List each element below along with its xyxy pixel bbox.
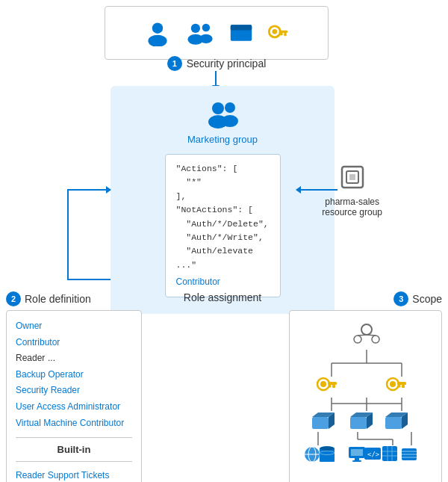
built-in-label: Built-in (16, 444, 132, 455)
resource-group-label: pharma-salesresource group (322, 197, 382, 217)
user-icon (144, 19, 171, 46)
svg-point-0 (152, 23, 163, 34)
step-2-number: 2 (6, 291, 21, 306)
svg-point-15 (225, 102, 235, 113)
svg-rect-31 (332, 385, 335, 388)
role-divider-1 (16, 437, 132, 438)
scope-tree-svg: </> (296, 318, 438, 482)
svg-rect-67 (352, 460, 361, 462)
svg-point-16 (222, 115, 238, 127)
svg-rect-65 (351, 449, 363, 456)
contributor-link[interactable]: Contributor (176, 275, 270, 289)
svg-rect-19 (349, 174, 355, 180)
role-owner[interactable]: Owner (16, 318, 132, 335)
marketing-group-label: Marketing group (187, 134, 258, 145)
svg-point-12 (273, 29, 278, 34)
role-security-reader[interactable]: Security Reader (16, 383, 132, 399)
bottom-left-connector (67, 279, 111, 280)
role-divider-2 (16, 461, 132, 462)
role-ellipsis: ... (48, 353, 55, 363)
svg-line-23 (358, 335, 367, 336)
svg-rect-50 (385, 417, 402, 429)
scope-title: 3 Scope (393, 291, 442, 306)
left-vertical-line (67, 189, 69, 279)
svg-point-33 (320, 381, 326, 387)
security-principal-box (105, 6, 329, 60)
svg-rect-66 (355, 458, 359, 460)
role-contributor[interactable]: Contributor (16, 335, 132, 351)
actions-code: "Actions": [ "*"],"NotActions": [ "Auth/… (176, 162, 270, 272)
diagram: 1 Security principal Marketing group "Ac… (0, 0, 448, 482)
role-vm-contributor[interactable]: Virtual Machine Contributor (16, 415, 132, 432)
app-icon (229, 21, 253, 45)
svg-rect-37 (398, 385, 401, 388)
svg-rect-44 (312, 417, 329, 429)
scope-text: Scope (412, 293, 442, 305)
svg-rect-47 (350, 417, 367, 429)
role-definition-title: 2 Role definition (6, 291, 91, 306)
resource-group-icon (336, 161, 369, 194)
role-assignment-box: Marketing group "Actions": [ "*"],"NotAc… (111, 86, 335, 314)
svg-point-38 (390, 381, 396, 387)
svg-rect-70 (382, 446, 397, 461)
resource-group-box: pharma-salesresource group (322, 161, 382, 217)
arrow-sp-to-ra (215, 71, 217, 86)
step-1-number: 1 (167, 56, 182, 71)
scope-panel: </> (289, 310, 442, 482)
svg-point-4 (202, 24, 211, 32)
svg-rect-7 (231, 25, 252, 30)
role-definition-code-box: "Actions": [ "*"],"NotActions": [ "Auth/… (165, 154, 281, 297)
role-reader: Reader (16, 353, 45, 363)
svg-text:</>: </> (367, 451, 380, 458)
svg-rect-9 (279, 31, 288, 33)
role-assignment-title: Role assignment (111, 291, 335, 303)
svg-point-13 (212, 102, 224, 114)
svg-point-21 (354, 336, 361, 343)
svg-rect-35 (397, 382, 406, 385)
role-backup-operator[interactable]: Backup Operator (16, 367, 132, 383)
svg-point-20 (361, 324, 372, 335)
role-definition-text: Role definition (25, 293, 91, 305)
svg-rect-10 (284, 33, 286, 36)
svg-rect-11 (280, 33, 282, 35)
svg-point-5 (199, 34, 213, 43)
svg-point-2 (191, 24, 200, 33)
marketing-group-icon (203, 98, 242, 129)
role-reader-support[interactable]: Reader Support Tickets (16, 468, 132, 482)
svg-point-1 (148, 35, 167, 46)
svg-point-22 (372, 336, 379, 343)
svg-point-62 (320, 446, 335, 451)
svg-rect-36 (402, 385, 405, 388)
security-principal-text: Security principal (187, 58, 267, 69)
security-principal-label: 1 Security principal (105, 56, 329, 71)
svg-line-24 (367, 335, 376, 336)
group-icon (184, 17, 216, 49)
svg-rect-30 (328, 382, 337, 385)
role-definition-panel: Owner Contributor Reader ... Backup Oper… (6, 310, 142, 482)
svg-rect-32 (329, 385, 332, 388)
arrow-rd-to-ra (67, 189, 111, 191)
key-icon (267, 22, 289, 44)
step-3-number: 3 (393, 291, 408, 306)
role-user-access-admin[interactable]: User Access Administrator (16, 399, 132, 415)
